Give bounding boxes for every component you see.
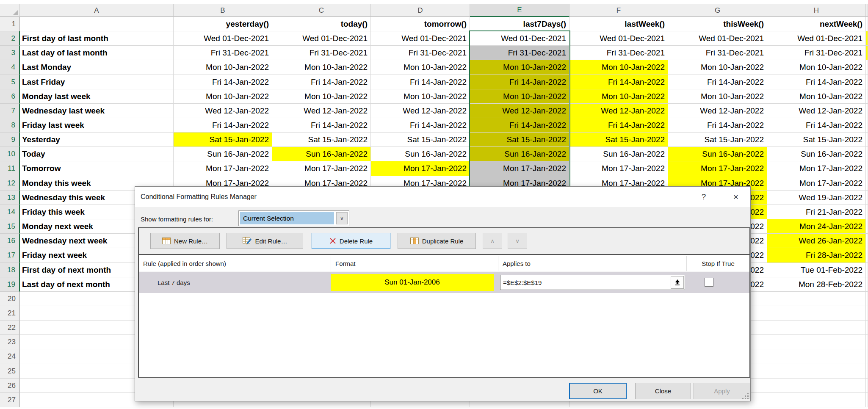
row-header-10[interactable]: 10 <box>0 147 20 161</box>
cell-C3[interactable]: Fri 31-Dec-2021 <box>272 46 371 60</box>
cell-F2[interactable]: Wed 01-Dec-2021 <box>569 31 668 46</box>
cell-H19[interactable]: Mon 28-Feb-2022 <box>767 277 866 292</box>
cell-I9[interactable] <box>866 133 868 147</box>
cell-H1[interactable]: nextWeek() <box>767 17 866 31</box>
help-icon[interactable]: ? <box>695 187 712 207</box>
row-header-16[interactable]: 16 <box>0 234 20 248</box>
cell-I19[interactable] <box>866 277 868 292</box>
cell-H17[interactable]: Fri 28-Jan-2022 <box>767 248 866 263</box>
cell-F1[interactable]: lastWeek() <box>569 17 668 31</box>
row-header-21[interactable]: 21 <box>0 306 20 321</box>
cell-I5[interactable] <box>866 75 868 89</box>
delete-rule-button[interactable]: Delete Rule <box>312 233 390 249</box>
cell-I24[interactable] <box>866 349 868 364</box>
cell-B1[interactable]: yesterday() <box>174 17 272 31</box>
cell-G2[interactable]: Wed 01-Dec-2021 <box>668 31 767 46</box>
stop-if-true-checkbox[interactable] <box>705 278 713 287</box>
cell-D8[interactable]: Fri 14-Jan-2022 <box>371 118 470 133</box>
cell-E4[interactable]: Mon 10-Jan-2022 <box>470 60 569 75</box>
chevron-down-icon[interactable]: ∨ <box>336 212 348 224</box>
row-header-20[interactable]: 20 <box>0 292 20 306</box>
cell-F6[interactable]: Mon 10-Jan-2022 <box>569 89 668 104</box>
cell-A4[interactable]: Last Monday <box>20 60 174 75</box>
cell-G3[interactable]: Fri 31-Dec-2021 <box>668 46 767 60</box>
cell-G7[interactable]: Wed 12-Jan-2022 <box>668 104 767 118</box>
cell-E8[interactable]: Fri 14-Jan-2022 <box>470 118 569 133</box>
cell-C6[interactable]: Mon 10-Jan-2022 <box>272 89 371 104</box>
row-header-15[interactable]: 15 <box>0 219 20 234</box>
cell-I27[interactable] <box>866 393 868 407</box>
duplicate-rule-button[interactable]: Duplicate Rule <box>398 233 476 249</box>
cell-I23[interactable] <box>866 335 868 349</box>
row-header-19[interactable]: 19 <box>0 277 20 292</box>
cell-G11[interactable]: Mon 17-Jan-2022 <box>668 161 767 176</box>
cell-I16[interactable] <box>866 234 868 248</box>
cell-I10[interactable] <box>866 147 868 161</box>
cell-C4[interactable]: Mon 10-Jan-2022 <box>272 60 371 75</box>
select-all-corner[interactable] <box>0 4 20 17</box>
cell-A9[interactable]: Yesterday <box>20 133 174 147</box>
cell-B4[interactable]: Mon 10-Jan-2022 <box>174 60 272 75</box>
cell-E7[interactable]: Wed 12-Jan-2022 <box>470 104 569 118</box>
cell-I1[interactable] <box>866 17 868 31</box>
row-header-23[interactable]: 23 <box>0 335 20 349</box>
cell-H21[interactable] <box>767 306 866 321</box>
cell-I21[interactable] <box>866 306 868 321</box>
cell-F3[interactable]: Fri 31-Dec-2021 <box>569 46 668 60</box>
cell-E3[interactable]: Fri 31-Dec-2021 <box>470 46 569 60</box>
row-header-17[interactable]: 17 <box>0 248 20 263</box>
cell-H5[interactable]: Fri 14-Jan-2022 <box>767 75 866 89</box>
cell-H2[interactable]: Wed 01-Dec-2021 <box>767 31 866 46</box>
cell-I4[interactable] <box>866 60 868 75</box>
cell-H9[interactable]: Sat 15-Jan-2022 <box>767 133 866 147</box>
row-header-24[interactable]: 24 <box>0 349 20 364</box>
cell-C8[interactable]: Fri 14-Jan-2022 <box>272 118 371 133</box>
row-header-18[interactable]: 18 <box>0 263 20 277</box>
cell-H8[interactable]: Fri 14-Jan-2022 <box>767 118 866 133</box>
row-header-12[interactable]: 12 <box>0 176 20 191</box>
cell-A7[interactable]: Wednesday last week <box>20 104 174 118</box>
cell-G10[interactable]: Sun 16-Jan-2022 <box>668 147 767 161</box>
cell-D6[interactable]: Mon 10-Jan-2022 <box>371 89 470 104</box>
row-header-4[interactable]: 4 <box>0 60 20 75</box>
row-header-27[interactable]: 27 <box>0 393 20 407</box>
cell-G5[interactable]: Fri 14-Jan-2022 <box>668 75 767 89</box>
cell-B11[interactable]: Mon 17-Jan-2022 <box>174 161 272 176</box>
row-header-9[interactable]: 9 <box>0 133 20 147</box>
cell-B5[interactable]: Fri 14-Jan-2022 <box>174 75 272 89</box>
cell-H6[interactable]: Mon 10-Jan-2022 <box>767 89 866 104</box>
cell-B9[interactable]: Sat 15-Jan-2022 <box>174 133 272 147</box>
row-header-3[interactable]: 3 <box>0 46 20 60</box>
cell-I22[interactable] <box>866 321 868 335</box>
cell-H10[interactable]: Sun 16-Jan-2022 <box>767 147 866 161</box>
column-header-F[interactable]: F <box>569 4 668 17</box>
row-header-22[interactable]: 22 <box>0 321 20 335</box>
cell-I3[interactable] <box>866 46 868 60</box>
cell-I7[interactable] <box>866 104 868 118</box>
cell-F7[interactable]: Wed 12-Jan-2022 <box>569 104 668 118</box>
cell-B3[interactable]: Fri 31-Dec-2021 <box>174 46 272 60</box>
cell-G9[interactable]: Sat 15-Jan-2022 <box>668 133 767 147</box>
row-header-11[interactable]: 11 <box>0 161 20 176</box>
cell-G6[interactable]: Mon 10-Jan-2022 <box>668 89 767 104</box>
resize-grip[interactable] <box>742 393 749 400</box>
cell-F9[interactable]: Sat 15-Jan-2022 <box>569 133 668 147</box>
row-header-8[interactable]: 8 <box>0 118 20 133</box>
cell-A3[interactable]: Last day of last month <box>20 46 174 60</box>
cell-B8[interactable]: Fri 14-Jan-2022 <box>174 118 272 133</box>
column-header-A[interactable]: A <box>20 4 174 17</box>
cell-H11[interactable]: Mon 17-Jan-2022 <box>767 161 866 176</box>
cell-H7[interactable]: Wed 12-Jan-2022 <box>767 104 866 118</box>
cell-A11[interactable]: Tomorrow <box>20 161 174 176</box>
column-header-D[interactable]: D <box>371 4 470 17</box>
edit-rule-button[interactable]: Edit Rule… <box>227 233 303 249</box>
cell-G1[interactable]: thisWeek() <box>668 17 767 31</box>
close-icon[interactable]: × <box>727 187 744 207</box>
cell-I2[interactable] <box>866 31 868 46</box>
row-header-7[interactable]: 7 <box>0 104 20 118</box>
cell-H23[interactable] <box>767 335 866 349</box>
cell-A6[interactable]: Monday last week <box>20 89 174 104</box>
cell-F4[interactable]: Mon 10-Jan-2022 <box>569 60 668 75</box>
row-header-25[interactable]: 25 <box>0 364 20 379</box>
cell-G4[interactable]: Mon 10-Jan-2022 <box>668 60 767 75</box>
